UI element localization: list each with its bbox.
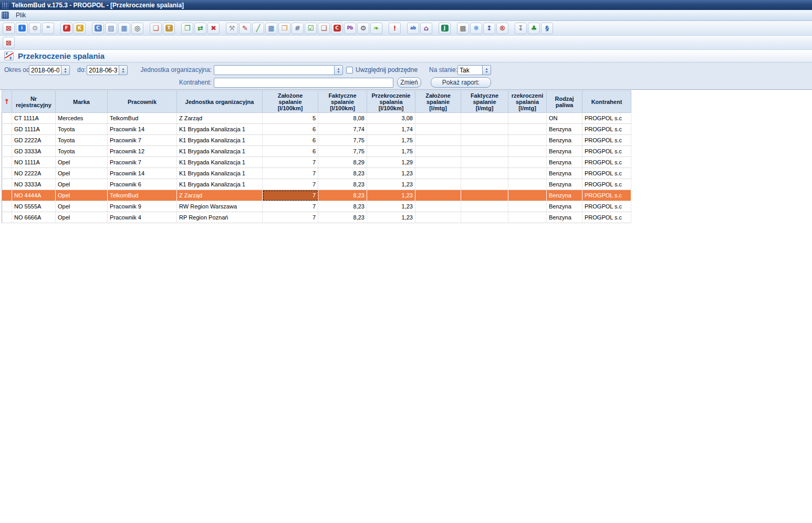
grid-cell[interactable]: Benzyna [547, 212, 582, 223]
grid-cell[interactable] [415, 113, 461, 124]
grid-cell[interactable] [461, 201, 508, 212]
grid-cell[interactable]: Benzyna [547, 179, 582, 190]
grid-cell[interactable]: Pracownik 12 [108, 146, 177, 157]
grid-cell[interactable]: Z Zarząd [177, 113, 263, 124]
toolbar-close-report-button[interactable]: ⊠ [3, 37, 15, 48]
grid-cell[interactable]: PROGPOL s.c [582, 179, 631, 190]
menu-item-plik[interactable]: Plik [13, 11, 29, 19]
grid-cell[interactable]: Benzyna [547, 168, 582, 179]
toolbar-calculator-fuel-button[interactable]: # [292, 23, 304, 34]
table-row[interactable]: NO 3333AOpelPracownik 6K1 Brygada Kanali… [2, 179, 631, 190]
toolbar-eco-leaf-button[interactable]: ❧ [370, 23, 382, 34]
toolbar-car-button[interactable]: C [92, 23, 104, 34]
grid-cell[interactable]: 6 [263, 135, 318, 146]
table-row[interactable]: NO 6666AOpelPracownik 4RP Region Poznań7… [2, 212, 631, 223]
grid-cell[interactable]: PROGPOL s.c [582, 190, 631, 201]
grid-cell[interactable] [461, 168, 508, 179]
grid-cell[interactable] [508, 146, 547, 157]
grid-cell[interactable] [461, 113, 508, 124]
grid-cell[interactable]: 7 [263, 157, 318, 168]
grid-cell[interactable] [415, 190, 461, 201]
grid-cell[interactable]: Pracownik 14 [108, 124, 177, 135]
row-indicator-cell[interactable] [2, 157, 12, 168]
toolbar-book-export-button[interactable]: ❐ [181, 23, 193, 34]
okres-od-input[interactable] [29, 66, 61, 75]
grid-cell[interactable]: 8,08 [318, 113, 367, 124]
grid-cell[interactable]: 8,23 [318, 168, 367, 179]
grid-cell[interactable]: Z Zarząd [177, 190, 263, 201]
toolbar-info-button[interactable]: i [16, 23, 28, 34]
toolbar-car-exhaust-button[interactable]: C [331, 23, 343, 34]
grid-cell[interactable] [415, 146, 461, 157]
jednostka-spinner[interactable]: ▲ ▼ [334, 66, 342, 75]
toolbar-chat-bubbles-button[interactable]: ❝ [42, 23, 54, 34]
grid-cell[interactable] [415, 124, 461, 135]
grid-cell[interactable]: Opel [56, 201, 108, 212]
toolbar-gear-dark-button[interactable]: ⚙ [357, 23, 369, 34]
row-indicator-cell[interactable] [2, 135, 12, 146]
grid-cell[interactable]: Pracownik 4 [108, 212, 177, 223]
grid-cell[interactable]: Opel [56, 212, 108, 223]
row-indicator-cell[interactable] [2, 124, 12, 135]
grid-cell[interactable]: 1,75 [367, 135, 415, 146]
jednostka-input[interactable] [214, 66, 334, 75]
grid-cell[interactable]: 1,23 [367, 212, 415, 223]
column-header-4[interactable]: Założone spalanie [l/100km] [263, 91, 318, 113]
grid-cell[interactable]: 1,74 [367, 124, 415, 135]
grid-cell[interactable]: Opel [56, 190, 108, 201]
grid-cell[interactable]: RP Region Poznań [177, 212, 263, 223]
toolbar-fuel-pump-button[interactable]: F [60, 23, 72, 34]
grid-cell[interactable]: GD 2222A [12, 135, 56, 146]
row-indicator-cell[interactable] [2, 168, 12, 179]
toolbar-folder-fuel-button[interactable]: ❒ [278, 23, 290, 34]
toolbar-key-wrench-button[interactable]: ⚒ [226, 23, 238, 34]
grid-cell[interactable]: 7 [263, 168, 318, 179]
grid-cell[interactable]: 8,29 [318, 157, 367, 168]
grid-cell[interactable]: 7,75 [318, 135, 367, 146]
toolbar-payment-card-button[interactable]: ▤ [105, 23, 117, 34]
grid-cell[interactable]: PROGPOL s.c [582, 124, 631, 135]
toolbar-book-sync-button[interactable]: ⇄ [194, 23, 206, 34]
column-header-6[interactable]: Przekroczenie spalania [l/100km] [367, 91, 415, 113]
toolbar-screw-button[interactable]: ↧ [515, 23, 527, 34]
grid-cell[interactable]: 1,23 [367, 201, 415, 212]
na-stanie-spinner[interactable]: ▲ ▼ [482, 66, 491, 75]
grid-cell[interactable]: 6 [263, 146, 318, 157]
grid-cell[interactable] [461, 157, 508, 168]
grid-cell[interactable]: Benzyna [547, 124, 582, 135]
toolbar-close-window-button[interactable]: ⊠ [3, 23, 15, 34]
grid-cell[interactable] [461, 146, 508, 157]
column-header-7[interactable]: Założone spalanie [l/mtg] [415, 91, 461, 113]
column-header-11[interactable]: Kontrahent [582, 91, 631, 113]
grid-cell[interactable] [461, 190, 508, 201]
grid-cell[interactable]: 7 [263, 179, 318, 190]
table-row[interactable]: NO 5555AOpelPracownik 9RW Region Warszaw… [2, 201, 631, 212]
row-indicator-cell[interactable] [2, 190, 12, 201]
column-header-0[interactable]: Nr rejestracyjny [12, 91, 56, 113]
grid-cell[interactable] [415, 168, 461, 179]
grid-cell[interactable]: K1 Brygada Kanalizacja 1 [177, 168, 263, 179]
toolbar-tow-truck-key-button[interactable]: T [163, 23, 175, 34]
column-header-2[interactable]: Pracownik [108, 91, 177, 113]
grid-cell[interactable] [508, 201, 547, 212]
grid-cell[interactable]: 8,23 [318, 179, 367, 190]
sort-column-header[interactable]: ↑ [2, 91, 12, 113]
toolbar-fuel-document-button[interactable]: ✎ [239, 23, 251, 34]
grid-cell[interactable]: Benzyna [547, 201, 582, 212]
grid-cell[interactable] [508, 135, 547, 146]
column-header-10[interactable]: Rodzaj paliwa [547, 91, 582, 113]
grid-cell[interactable]: TelkomBud [108, 190, 177, 201]
row-indicator-cell[interactable] [2, 179, 12, 190]
table-row[interactable]: NO 4444AOpelTelkomBudZ Zarząd78,231,23Be… [2, 190, 631, 201]
toolbar-tree-pest-button[interactable]: ♣ [528, 23, 540, 34]
grid-cell[interactable]: 7 [263, 201, 318, 212]
pokaz-raport-button[interactable]: Pokaż raport: [431, 77, 491, 88]
grid-cell[interactable] [508, 179, 547, 190]
toolbar-document-flame-button[interactable]: ❏ [150, 23, 162, 34]
grid-cell[interactable]: NO 6666A [12, 212, 56, 223]
table-row[interactable]: GD 2222AToyotaPracownik 7K1 Brygada Kana… [2, 135, 631, 146]
grid-cell[interactable] [415, 135, 461, 146]
toolbar-settings-gear-button[interactable]: ⚙ [29, 23, 41, 34]
grid-cell[interactable]: 3,08 [367, 113, 415, 124]
grid-cell[interactable]: PROGPOL s.c [582, 168, 631, 179]
